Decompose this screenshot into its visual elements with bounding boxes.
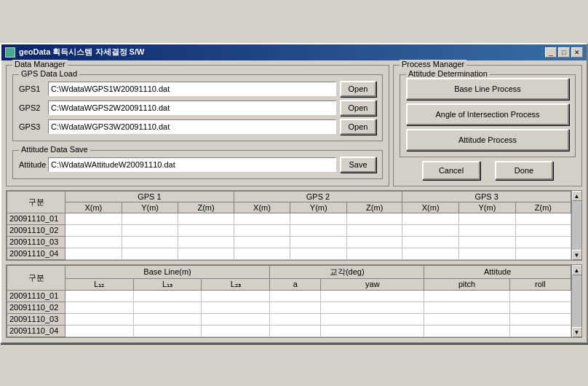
t1-h-gps3z: Z(m) xyxy=(515,202,571,213)
t1-h-gps2y: Y(m) xyxy=(290,202,347,213)
top-section: Data Manager GPS Data Load GPS1 Open GPS… xyxy=(6,65,582,186)
attitude-input[interactable] xyxy=(48,157,336,172)
table-row: 20091110_03 xyxy=(7,236,65,248)
table-cell xyxy=(347,213,402,224)
table-cell xyxy=(459,224,516,236)
gps-table-scroll[interactable]: 구분 GPS 1 GPS 2 GPS 3 X(m) Y(m) Z(m) X(m)… xyxy=(7,191,571,260)
scroll-down-arrow-2[interactable]: ▼ xyxy=(572,327,582,337)
table-cell xyxy=(178,213,234,224)
maximize-button[interactable]: □ xyxy=(558,47,570,58)
angle-intersection-process-button[interactable]: Angle of Intersection Process xyxy=(406,103,569,125)
table-cell xyxy=(347,224,402,236)
cancel-button[interactable]: Cancel xyxy=(422,161,480,180)
t2-h-a: a xyxy=(270,278,321,290)
table-cell xyxy=(122,213,178,224)
attitude-row: Attitude Save xyxy=(19,157,376,173)
t2-h-l13: L₁₃ xyxy=(133,278,202,290)
minimize-button[interactable]: _ xyxy=(545,47,557,58)
table-cell xyxy=(290,248,347,259)
t1-h-gps1x: X(m) xyxy=(65,202,122,213)
data-manager-label: Data Manager xyxy=(12,60,68,68)
t1-h-gps3: GPS 3 xyxy=(402,191,571,202)
table-cell xyxy=(515,213,571,224)
table-cell xyxy=(202,302,270,313)
t1-h-col0: 구분 xyxy=(7,191,65,213)
table-cell xyxy=(290,236,347,248)
table-cell xyxy=(270,325,321,336)
title-bar-text: geoData 획득시스템 자세결정 S/W xyxy=(5,47,144,58)
scroll-track-2 xyxy=(572,275,581,327)
attitude-save-label: Attitude Data Save xyxy=(19,145,90,154)
t2-h-pitch: pitch xyxy=(424,278,509,290)
gps1-open-button[interactable]: Open xyxy=(340,81,376,97)
t2-h-l12: L₁₂ xyxy=(65,278,134,290)
table-cell xyxy=(65,224,122,236)
table-cell xyxy=(65,236,122,248)
table-cell xyxy=(509,325,571,336)
table-cell xyxy=(290,224,347,236)
gps2-input[interactable] xyxy=(48,101,336,115)
table-cell xyxy=(402,248,459,259)
gps3-input[interactable] xyxy=(48,119,336,134)
gps2-row: GPS2 Open xyxy=(19,100,376,116)
gps-data-table-section: 구분 GPS 1 GPS 2 GPS 3 X(m) Y(m) Z(m) X(m)… xyxy=(6,190,582,261)
table-cell xyxy=(202,313,270,325)
t1-h-gps1: GPS 1 xyxy=(65,191,234,202)
table-cell xyxy=(509,313,571,325)
t2-h-roll: roll xyxy=(509,278,571,290)
attitude-table-wrapper: 구분 Base Line(m) 교각(deg) Attitude L₁₂ L₁₃… xyxy=(7,265,581,337)
gps-load-group: GPS Data Load GPS1 Open GPS2 Open xyxy=(12,74,383,141)
data-manager-group: Data Manager GPS Data Load GPS1 Open GPS… xyxy=(6,65,389,186)
gps2-open-button[interactable]: Open xyxy=(340,100,376,116)
gps-table-scrollbar[interactable]: ▲ ▼ xyxy=(571,191,581,260)
close-button[interactable]: ✕ xyxy=(571,47,583,58)
table-cell xyxy=(459,236,516,248)
table-cell xyxy=(234,213,290,224)
gps1-input[interactable] xyxy=(48,82,336,96)
table-cell xyxy=(515,224,571,236)
scroll-track xyxy=(572,201,581,250)
attitude-table-scroll[interactable]: 구분 Base Line(m) 교각(deg) Attitude L₁₂ L₁₃… xyxy=(7,265,571,337)
table-cell xyxy=(202,290,270,302)
table-cell xyxy=(424,325,509,336)
table-cell xyxy=(270,290,321,302)
t2-h-col0: 구분 xyxy=(7,265,65,290)
scroll-up-arrow-2[interactable]: ▲ xyxy=(572,265,582,275)
attitude-table-scrollbar[interactable]: ▲ ▼ xyxy=(571,265,581,337)
bottom-buttons: Cancel Done xyxy=(400,161,576,180)
table-cell xyxy=(402,213,459,224)
gps3-label: GPS3 xyxy=(19,122,44,131)
table-cell xyxy=(402,236,459,248)
scroll-up-arrow[interactable]: ▲ xyxy=(572,191,582,201)
done-button[interactable]: Done xyxy=(495,161,553,180)
table-cell xyxy=(459,248,516,259)
base-line-process-button[interactable]: Base Line Process xyxy=(406,78,569,100)
main-window: geoData 획득시스템 자세결정 S/W _ □ ✕ Data Manage… xyxy=(0,43,588,344)
table-cell xyxy=(178,236,234,248)
table-cell xyxy=(347,248,402,259)
table-cell xyxy=(347,236,402,248)
scroll-down-arrow[interactable]: ▼ xyxy=(572,250,582,260)
table-cell xyxy=(122,224,178,236)
table-row: 20091110_03 xyxy=(7,313,65,325)
window-body: Data Manager GPS Data Load GPS1 Open GPS… xyxy=(1,60,587,342)
attitude-save-button[interactable]: Save xyxy=(340,157,376,173)
gps1-row: GPS1 Open xyxy=(19,81,376,97)
t2-h-attitude: Attitude xyxy=(424,265,571,278)
t1-h-gps2: GPS 2 xyxy=(234,191,402,202)
table-cell xyxy=(234,248,290,259)
table-cell xyxy=(270,313,321,325)
table-cell xyxy=(122,236,178,248)
attitude-process-button[interactable]: Attitude Process xyxy=(406,129,569,151)
table-cell xyxy=(234,224,290,236)
t1-h-gps1y: Y(m) xyxy=(122,202,178,213)
attitude-save-group: Attitude Data Save Attitude Save xyxy=(12,150,383,179)
gps3-row: GPS3 Open xyxy=(19,119,376,135)
gps-table-wrapper: 구분 GPS 1 GPS 2 GPS 3 X(m) Y(m) Z(m) X(m)… xyxy=(7,191,581,260)
gps3-open-button[interactable]: Open xyxy=(340,119,376,135)
table-cell xyxy=(509,302,571,313)
t2-h-l23: L₂₃ xyxy=(202,278,270,290)
attitude-determination-label: Attitude Determination xyxy=(406,69,490,78)
t2-h-gyogak: 교각(deg) xyxy=(270,265,424,278)
table-cell xyxy=(133,302,202,313)
